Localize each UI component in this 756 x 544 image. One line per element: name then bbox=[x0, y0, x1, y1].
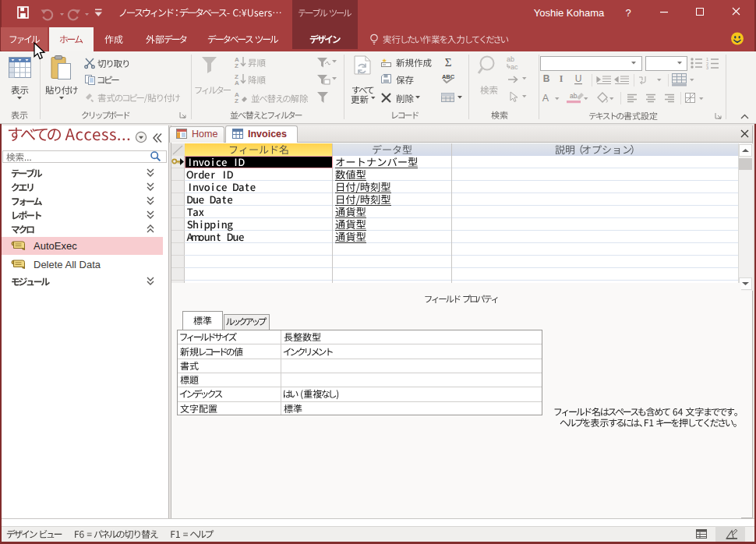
svg-text:3: 3 bbox=[706, 65, 708, 70]
